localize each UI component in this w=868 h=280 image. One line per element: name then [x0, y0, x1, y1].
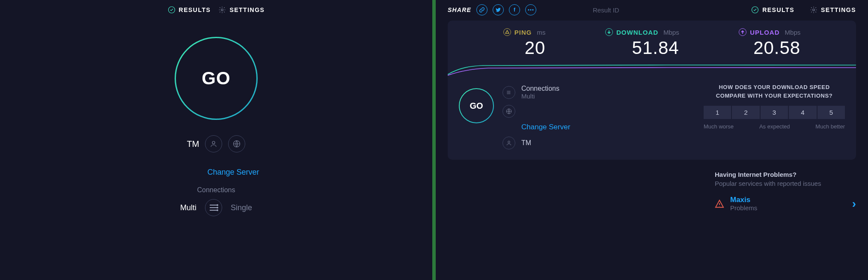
- settings-link[interactable]: SETTINGS: [218, 6, 265, 14]
- connections-toggle[interactable]: Multi Single: [180, 199, 252, 216]
- rating-right: Much better: [815, 123, 845, 130]
- settings-label-2: SETTINGS: [821, 6, 856, 13]
- share-twitter-icon[interactable]: [493, 4, 504, 15]
- svg-point-4: [528, 9, 529, 10]
- connections-label-2: Connections: [521, 85, 559, 92]
- download-value: 51.84: [632, 38, 679, 58]
- ping-metric: PING ms 20: [503, 28, 546, 58]
- gear-icon: [810, 6, 817, 14]
- check-circle-icon: [168, 6, 175, 14]
- result-id-label: Result ID: [593, 6, 619, 14]
- connections-icon: [205, 199, 222, 216]
- svg-point-6: [532, 9, 533, 10]
- user-icon-button[interactable]: [205, 135, 222, 152]
- ping-value: 20: [525, 38, 546, 58]
- isp-label: TM: [187, 139, 199, 149]
- problem-item[interactable]: Maxis Problems ›: [715, 196, 856, 211]
- rating-mid: As expected: [759, 123, 790, 130]
- screen-speedtest-start: RESULTS SETTINGS GO TM Change Server Con…: [0, 0, 432, 280]
- chevron-right-icon: ›: [852, 197, 856, 211]
- share-facebook-icon[interactable]: f: [509, 4, 520, 15]
- top-nav: RESULTS SETTINGS: [0, 0, 432, 20]
- change-server-link-2[interactable]: Change Server: [521, 123, 570, 131]
- multi-lines-icon: [210, 205, 217, 211]
- settings-link-2[interactable]: SETTINGS: [810, 6, 856, 14]
- isp-user-icon: [502, 137, 515, 149]
- rating-1[interactable]: 1: [704, 106, 731, 119]
- connections-label: Connections: [197, 186, 235, 194]
- download-metric: DOWNLOAD Mbps 51.84: [605, 28, 679, 58]
- download-label: DOWNLOAD: [616, 29, 658, 36]
- toggle-multi[interactable]: Multi: [180, 203, 196, 212]
- user-icon: [210, 140, 217, 148]
- speed-chart: [448, 63, 856, 76]
- problems-subtitle: Popular services with reported issues: [715, 180, 856, 187]
- svg-point-5: [530, 9, 531, 10]
- svg-point-10: [508, 141, 510, 143]
- isp-label-2: TM: [521, 139, 531, 147]
- globe-icon: [233, 140, 241, 148]
- ping-label: PING: [514, 29, 532, 36]
- problems-title: Having Internet Problems?: [715, 171, 856, 178]
- rating-5[interactable]: 5: [817, 106, 845, 119]
- upload-unit: Mbps: [785, 29, 801, 36]
- toggle-single[interactable]: Single: [231, 203, 252, 212]
- upload-label: UPLOAD: [750, 29, 779, 36]
- problem-name: Maxis: [730, 196, 757, 204]
- change-server-link[interactable]: Change Server: [207, 168, 259, 177]
- svg-point-1: [221, 9, 223, 11]
- rating-4[interactable]: 4: [789, 106, 816, 119]
- rating-block: HOW DOES YOUR DOWNLOAD SPEED COMPARE WIT…: [704, 83, 845, 149]
- rating-question: HOW DOES YOUR DOWNLOAD SPEED COMPARE WIT…: [704, 83, 845, 100]
- download-icon: [605, 28, 613, 36]
- rating-2[interactable]: 2: [732, 106, 759, 119]
- go-button[interactable]: GO: [175, 37, 258, 120]
- server-globe-icon: [502, 105, 515, 118]
- rating-left: Much worse: [704, 123, 734, 130]
- check-circle-icon: [751, 6, 759, 14]
- results-link[interactable]: RESULTS: [168, 6, 211, 14]
- results-link-2[interactable]: RESULTS: [751, 6, 794, 14]
- download-unit: Mbps: [663, 29, 679, 36]
- share-more-icon[interactable]: [525, 4, 536, 15]
- connections-icon-small: [502, 86, 515, 99]
- upload-value: 20.58: [753, 38, 800, 58]
- warning-icon: [715, 199, 724, 209]
- problem-status: Problems: [730, 204, 757, 211]
- screens-divider: [432, 0, 436, 280]
- gear-icon: [218, 6, 226, 14]
- upload-metric: UPLOAD Mbps 20.58: [739, 28, 800, 58]
- go-again-button[interactable]: GO: [459, 88, 494, 123]
- rating-3[interactable]: 3: [761, 106, 788, 119]
- results-label-2: RESULTS: [762, 6, 794, 13]
- svg-point-2: [212, 141, 215, 144]
- globe-icon-button[interactable]: [228, 135, 245, 152]
- upload-icon: [739, 28, 746, 36]
- share-label: SHARE: [448, 6, 471, 13]
- ping-icon: [503, 28, 511, 36]
- share-row: SHARE f Result ID RESULTS SETTINGS: [436, 0, 868, 15]
- ping-unit: ms: [537, 29, 545, 36]
- connections-value-2: Multi: [521, 92, 559, 100]
- problems-block: Having Internet Problems? Popular servic…: [448, 171, 856, 211]
- share-link-icon[interactable]: [476, 4, 488, 15]
- results-panel: PING ms 20 DOWNLOAD Mbps 51.84: [448, 21, 856, 160]
- svg-point-8: [813, 9, 815, 11]
- screen-speedtest-results: SHARE f Result ID RESULTS SETTINGS: [436, 0, 868, 280]
- results-label: RESULTS: [179, 6, 211, 13]
- settings-label: SETTINGS: [229, 6, 265, 13]
